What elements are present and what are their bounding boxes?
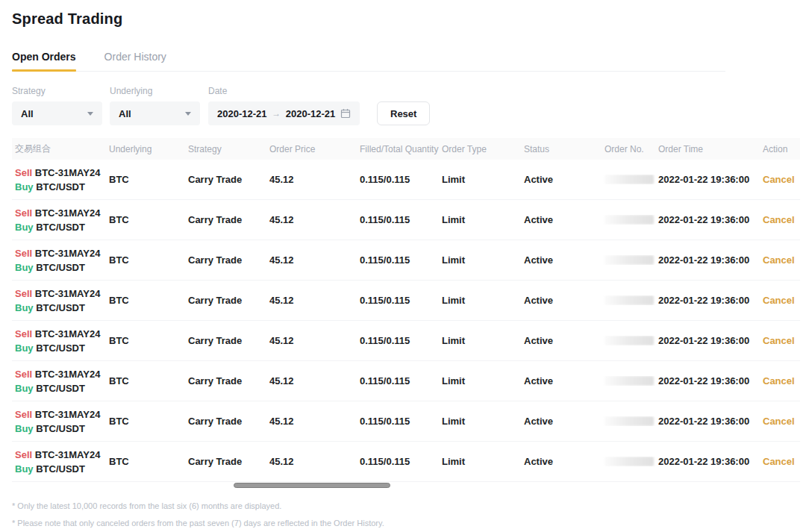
sell-pair: BTC-31MAY24 (35, 167, 101, 178)
column-header-order-no: Order No. (602, 144, 655, 154)
order-price-cell: 45.12 (266, 375, 357, 386)
pair-cell: Sell BTC-31MAY24 Buy BTC/USDT (12, 246, 106, 275)
footnote-canceled-orders: * Please note that only canceled orders … (12, 515, 800, 529)
sell-label: Sell (15, 369, 32, 380)
date-range-picker[interactable]: 2020-12-21 → 2020-12-21 (208, 101, 360, 125)
order-no-redacted (605, 295, 654, 305)
column-header-status: Status (521, 144, 602, 154)
reset-button[interactable]: Reset (377, 101, 430, 125)
buy-leg: Buy BTC/USDT (15, 260, 106, 275)
open-orders-table: 交易组合 Underlying Strategy Order Price Fil… (12, 138, 800, 489)
buy-label: Buy (15, 262, 34, 273)
buy-pair: BTC/USDT (36, 463, 85, 475)
column-header-order-type: Order Type (439, 144, 521, 154)
sell-leg: Sell BTC-31MAY24 (15, 367, 106, 381)
buy-pair: BTC/USDT (36, 181, 85, 192)
sell-label: Sell (15, 167, 32, 178)
tab-order-history[interactable]: Order History (104, 51, 166, 71)
buy-label: Buy (15, 302, 34, 313)
order-no-redacted (605, 255, 654, 265)
strategy-cell: Carry Trade (185, 375, 266, 386)
action-cell: Cancel (760, 295, 800, 306)
buy-pair: BTC/USDT (36, 342, 85, 354)
order-no-redacted (605, 215, 654, 225)
buy-pair: BTC/USDT (36, 262, 85, 273)
order-no-redacted (605, 175, 654, 184)
cancel-link[interactable]: Cancel (763, 335, 795, 346)
buy-leg: Buy BTC/USDT (15, 180, 106, 194)
sell-pair: BTC-31MAY24 (35, 449, 101, 460)
sell-pair: BTC-31MAY24 (35, 288, 101, 299)
action-cell: Cancel (760, 456, 800, 467)
table-row: Sell BTC-31MAY24 Buy BTC/USDT BTC Carry … (12, 442, 800, 482)
buy-label: Buy (15, 222, 34, 233)
order-time-cell: 2022-01-22 19:36:00 (655, 295, 760, 306)
order-time-cell: 2022-01-22 19:36:00 (655, 254, 760, 266)
cancel-link[interactable]: Cancel (763, 456, 795, 467)
table-row: Sell BTC-31MAY24 Buy BTC/USDT BTC Carry … (12, 240, 800, 281)
sell-label: Sell (15, 449, 32, 460)
sell-leg: Sell BTC-31MAY24 (15, 407, 106, 422)
cancel-link[interactable]: Cancel (763, 416, 795, 427)
date-start-value: 2020-12-21 (217, 108, 267, 119)
underlying-cell: BTC (106, 456, 185, 467)
strategy-cell: Carry Trade (185, 174, 266, 185)
cancel-link[interactable]: Cancel (763, 214, 795, 225)
filled-total-cell: 0.115/0.115 (357, 416, 439, 427)
action-cell: Cancel (760, 416, 800, 427)
pair-cell: Sell BTC-31MAY24 Buy BTC/USDT (12, 448, 106, 476)
sell-pair: BTC-31MAY24 (35, 328, 101, 339)
order-time-cell: 2022-01-22 19:36:00 (655, 416, 760, 427)
horizontal-scrollbar-thumb[interactable] (234, 483, 390, 488)
buy-pair: BTC/USDT (36, 302, 85, 313)
table-row: Sell BTC-31MAY24 Buy BTC/USDT BTC Carry … (12, 361, 800, 401)
order-no-redacted (605, 336, 654, 345)
table-row: Sell BTC-31MAY24 Buy BTC/USDT BTC Carry … (12, 321, 800, 361)
status-cell: Active (521, 416, 602, 427)
order-no-cell (602, 295, 655, 305)
table-body: Sell BTC-31MAY24 Buy BTC/USDT BTC Carry … (12, 160, 800, 482)
action-cell: Cancel (760, 214, 800, 225)
table-row: Sell BTC-31MAY24 Buy BTC/USDT BTC Carry … (12, 160, 800, 200)
order-time-cell: 2022-01-22 19:36:00 (655, 456, 760, 467)
tab-bar: Open Orders Order History (12, 51, 725, 72)
filled-total-cell: 0.115/0.115 (357, 174, 439, 185)
order-time-cell: 2022-01-22 19:36:00 (655, 174, 760, 185)
strategy-select[interactable]: All (12, 101, 102, 125)
underlying-cell: BTC (106, 174, 185, 185)
cancel-link[interactable]: Cancel (763, 254, 795, 266)
underlying-cell: BTC (106, 295, 185, 306)
order-no-cell (602, 457, 655, 466)
order-type-cell: Limit (439, 335, 521, 346)
underlying-select[interactable]: All (110, 101, 200, 125)
buy-label: Buy (15, 342, 34, 354)
column-header-strategy: Strategy (185, 144, 266, 154)
strategy-select-value: All (21, 108, 34, 119)
column-header-action: Action (760, 144, 800, 154)
column-header-filled-total: Filled/Total Quantity (357, 144, 439, 154)
buy-leg: Buy BTC/USDT (15, 462, 106, 476)
date-end-value: 2020-12-21 (286, 108, 336, 119)
sell-leg: Sell BTC-31MAY24 (15, 166, 106, 180)
filter-bar: Strategy All Underlying All Date 2020-12… (12, 86, 800, 125)
order-type-cell: Limit (439, 295, 521, 306)
cancel-link[interactable]: Cancel (763, 295, 795, 306)
buy-label: Buy (15, 423, 34, 434)
order-type-cell: Limit (439, 456, 521, 467)
tab-open-orders[interactable]: Open Orders (12, 51, 76, 71)
status-cell: Active (521, 254, 602, 266)
order-type-cell: Limit (439, 214, 521, 225)
buy-pair: BTC/USDT (36, 423, 85, 434)
order-time-cell: 2022-01-22 19:36:00 (655, 375, 760, 386)
cancel-link[interactable]: Cancel (763, 174, 795, 185)
footnotes: * Only the latest 10,000 records from th… (12, 498, 800, 529)
sell-pair: BTC-31MAY24 (35, 369, 101, 380)
chevron-down-icon (87, 112, 93, 116)
order-no-cell (602, 416, 655, 426)
column-header-pair: 交易组合 (12, 143, 106, 155)
cancel-link[interactable]: Cancel (763, 375, 795, 386)
pair-cell: Sell BTC-31MAY24 Buy BTC/USDT (12, 287, 106, 315)
sell-label: Sell (15, 328, 32, 339)
underlying-cell: BTC (106, 335, 185, 346)
order-no-cell (602, 336, 655, 345)
